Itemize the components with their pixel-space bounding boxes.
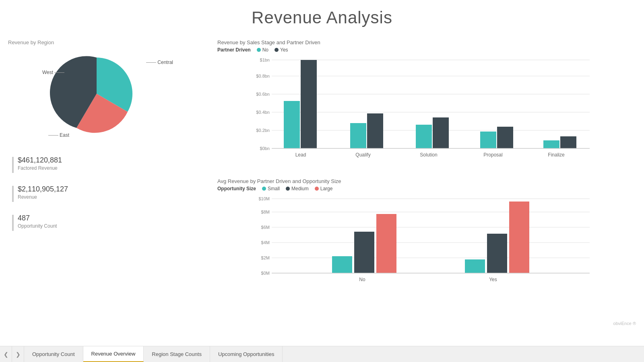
svg-rect-13 bbox=[301, 60, 317, 148]
legend-text-no: No bbox=[262, 47, 268, 53]
watermark: obviEnce ® bbox=[613, 321, 636, 326]
svg-rect-45 bbox=[487, 234, 507, 273]
svg-text:$2M: $2M bbox=[261, 255, 270, 260]
svg-text:Solution: Solution bbox=[420, 152, 437, 158]
svg-rect-19 bbox=[433, 117, 449, 148]
svg-text:$0.6bn: $0.6bn bbox=[256, 92, 270, 97]
bar-chart1-svg: $0bn $0.2bn $0.4bn $0.6bn $0.8bn $1bn Le… bbox=[217, 56, 632, 169]
legend-dot-yes bbox=[275, 48, 279, 52]
tabs-bar: ❮ ❯ Opportunity Count Revenue Overview R… bbox=[0, 346, 644, 362]
legend-medium: Medium bbox=[286, 186, 309, 191]
svg-text:$0.4bn: $0.4bn bbox=[256, 110, 270, 115]
legend-dot-large bbox=[315, 187, 319, 191]
legend-dot-no bbox=[257, 48, 261, 52]
chart1-legend-label: Partner Driven bbox=[217, 47, 251, 53]
svg-rect-40 bbox=[332, 256, 352, 273]
region-chart-label: Revenue by Region bbox=[8, 39, 201, 45]
legend-text-large: Large bbox=[320, 186, 333, 191]
kpi-factored-revenue: $461,120,881 Factored Revenue bbox=[12, 156, 201, 173]
right-panel: Revenue by Sales Stage and Partner Drive… bbox=[209, 35, 644, 337]
svg-rect-12 bbox=[284, 101, 300, 148]
svg-rect-15 bbox=[350, 123, 366, 148]
svg-text:$0bn: $0bn bbox=[260, 146, 270, 151]
kpi-label-count: Opportunity Count bbox=[18, 223, 57, 229]
chart2-title: Avg Revenue by Partner Driven and Opport… bbox=[217, 178, 632, 184]
svg-rect-44 bbox=[465, 259, 485, 273]
svg-text:Finalize: Finalize bbox=[548, 152, 565, 158]
svg-rect-42 bbox=[376, 214, 396, 273]
svg-text:$1bn: $1bn bbox=[260, 58, 270, 62]
partner-driven-chart-section: Avg Revenue by Partner Driven and Opport… bbox=[217, 178, 632, 293]
main-container: Revenue Analysis Revenue by Region Centr bbox=[0, 0, 644, 346]
chart2-legend-label: Opportunity Size bbox=[217, 186, 256, 191]
kpi-revenue: $2,110,905,127 Revenue bbox=[12, 185, 201, 202]
legend-yes: Yes bbox=[275, 47, 288, 53]
kpi-opportunity-count: 487 Opportunity Count bbox=[12, 214, 201, 231]
kpi-label-factored: Factored Revenue bbox=[18, 165, 62, 171]
legend-text-small: Small bbox=[268, 186, 280, 191]
svg-rect-25 bbox=[560, 136, 576, 148]
tab-opportunity-count[interactable]: Opportunity Count bbox=[24, 346, 83, 362]
chart1-title: Revenue by Sales Stage and Partner Drive… bbox=[217, 39, 632, 45]
legend-large: Large bbox=[315, 186, 333, 191]
legend-dot-medium bbox=[286, 187, 290, 191]
svg-text:Lead: Lead bbox=[295, 152, 306, 158]
svg-rect-16 bbox=[367, 113, 383, 148]
chart1-legend: Partner Driven No Yes bbox=[217, 47, 632, 53]
kpi-bar bbox=[12, 157, 14, 173]
legend-no: No bbox=[257, 47, 268, 53]
svg-text:$8M: $8M bbox=[261, 210, 270, 214]
svg-rect-41 bbox=[354, 232, 374, 273]
svg-rect-24 bbox=[543, 140, 559, 148]
pie-label-central: Central bbox=[146, 60, 173, 65]
kpi-bar bbox=[12, 215, 14, 231]
svg-text:$0.2bn: $0.2bn bbox=[256, 128, 270, 133]
kpi-bar bbox=[12, 186, 14, 202]
left-panel: Revenue by Region Central West bbox=[0, 35, 209, 337]
pie-label-east: East bbox=[48, 132, 69, 138]
svg-text:$4M: $4M bbox=[261, 240, 270, 245]
svg-text:$6M: $6M bbox=[261, 225, 270, 230]
tab-next-btn[interactable]: ❯ bbox=[12, 346, 24, 362]
svg-text:Proposal: Proposal bbox=[483, 152, 502, 158]
legend-dot-small bbox=[262, 187, 266, 191]
svg-rect-22 bbox=[497, 127, 513, 148]
pie-label-west: West bbox=[42, 70, 64, 75]
kpi-value-count: 487 bbox=[18, 214, 57, 222]
legend-small: Small bbox=[262, 186, 280, 191]
legend-text-medium: Medium bbox=[291, 186, 309, 191]
svg-text:Qualify: Qualify bbox=[355, 152, 370, 158]
content-area: Revenue by Region Central West bbox=[0, 31, 644, 341]
tab-upcoming-opportunities[interactable]: Upcoming Opportunities bbox=[210, 346, 283, 362]
svg-rect-18 bbox=[416, 125, 432, 148]
page-title: Revenue Analysis bbox=[0, 0, 644, 31]
kpi-label-revenue: Revenue bbox=[18, 194, 68, 200]
sales-stage-chart-section: Revenue by Sales Stage and Partner Drive… bbox=[217, 39, 632, 170]
kpi-section: $461,120,881 Factored Revenue $2,110,905… bbox=[8, 156, 201, 231]
svg-text:No: No bbox=[359, 277, 365, 282]
legend-text-yes: Yes bbox=[280, 47, 288, 53]
tab-revenue-overview[interactable]: Revenue Overview bbox=[83, 346, 144, 362]
svg-text:$0.8bn: $0.8bn bbox=[256, 74, 270, 78]
kpi-value-revenue: $2,110,905,127 bbox=[18, 185, 68, 193]
svg-rect-46 bbox=[509, 202, 529, 273]
svg-rect-21 bbox=[480, 132, 496, 148]
svg-text:$10M: $10M bbox=[258, 196, 270, 201]
tab-region-stage-counts[interactable]: Region Stage Counts bbox=[144, 346, 210, 362]
svg-text:$0M: $0M bbox=[261, 271, 270, 276]
tab-prev-btn[interactable]: ❮ bbox=[0, 346, 12, 362]
svg-text:Yes: Yes bbox=[489, 277, 497, 282]
kpi-value-factored: $461,120,881 bbox=[18, 156, 62, 165]
chart2-legend: Opportunity Size Small Medium Large bbox=[217, 186, 632, 191]
bar-chart2-svg: $0M $2M $4M $6M $8M $10M No Y bbox=[217, 195, 632, 291]
pie-chart-container: Central West East bbox=[40, 51, 169, 140]
pie-chart-svg bbox=[40, 51, 153, 136]
